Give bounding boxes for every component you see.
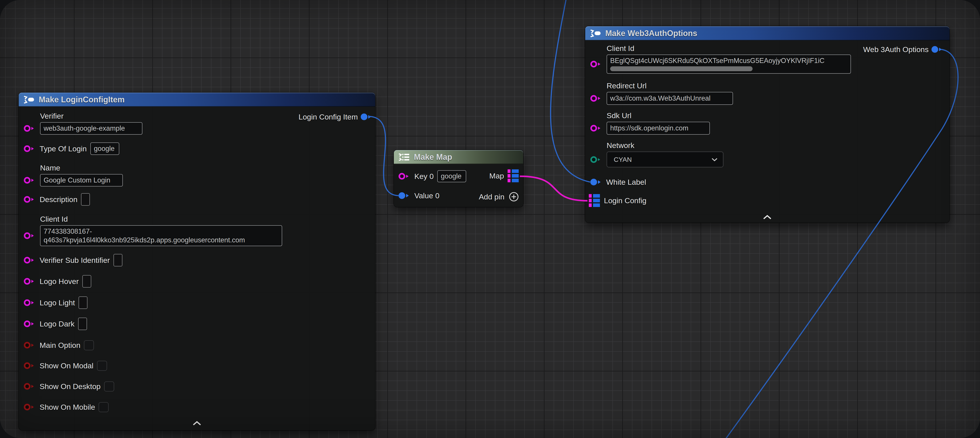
- pin-show-on-mobile[interactable]: [23, 403, 36, 411]
- pin-label-show-on-mobile: Show On Mobile: [40, 403, 95, 411]
- pin-white-label[interactable]: [590, 178, 603, 186]
- node-make-loginconfigitem: Make LoginConfigItem Login Config Item V…: [19, 92, 375, 430]
- collapse-chevron-icon[interactable]: [762, 215, 772, 220]
- pin-main-option[interactable]: [23, 341, 36, 350]
- network-selected-value: CYAN: [614, 156, 632, 163]
- client-id-line2: q463s7kpvja16l4l0kko3nb925ikds2p.apps.go…: [44, 236, 245, 244]
- show-on-modal-checkbox[interactable]: [97, 361, 107, 371]
- logo-light-input[interactable]: [78, 296, 88, 309]
- pin-label-name: Name: [40, 164, 123, 172]
- pin-value-0[interactable]: [398, 191, 411, 200]
- pin-key-0[interactable]: [398, 172, 411, 181]
- sdk-url-input[interactable]: https://sdk.openlogin.com: [606, 122, 710, 135]
- pin-label-client-id: Client Id: [606, 44, 851, 53]
- node-header[interactable]: Make Map: [394, 150, 523, 164]
- verifier-sub-identifier-input[interactable]: [113, 254, 123, 266]
- node-header[interactable]: Make Web3AuthOptions: [585, 26, 950, 40]
- pin-show-on-modal[interactable]: [23, 361, 36, 370]
- make-map-icon: [398, 153, 410, 162]
- pin-logo-hover[interactable]: [23, 277, 36, 286]
- client-id-input[interactable]: BEglQSgt4cUWcj6SKRdu5QkOXTsePmMcusG5EAoy…: [606, 54, 851, 74]
- redirect-url-input[interactable]: w3a://com.w3a.Web3AuthUnreal: [606, 92, 733, 105]
- pin-verifier-sub-identifier[interactable]: [23, 256, 36, 264]
- client-id-scrollbar[interactable]: [610, 66, 752, 71]
- pin-type-of-login[interactable]: [23, 144, 36, 153]
- node-make-map: Make Map Key 0 google Map Value 0: [394, 150, 523, 207]
- pin-network[interactable]: [590, 155, 603, 164]
- show-on-mobile-checkbox[interactable]: [99, 402, 108, 412]
- pin-label-redirect-url: Redirect Url: [606, 81, 733, 90]
- network-dropdown[interactable]: CYAN: [606, 151, 724, 167]
- pin-label-key-0: Key 0: [414, 172, 434, 181]
- pin-label-sdk-url: Sdk Url: [606, 111, 710, 120]
- make-struct-icon: [589, 28, 601, 38]
- logo-dark-input[interactable]: [78, 318, 87, 330]
- output-pin-label: Web 3Auth Options: [863, 45, 929, 54]
- pin-label-white-label: White Label: [606, 178, 646, 186]
- pin-label-logo-light: Logo Light: [40, 298, 75, 307]
- pin-label-network: Network: [606, 141, 724, 150]
- pin-sdk-url[interactable]: [590, 124, 603, 133]
- add-pin-icon[interactable]: [509, 191, 519, 202]
- pin-label-main-option: Main Option: [40, 341, 80, 350]
- pin-redirect-url[interactable]: [590, 94, 603, 103]
- pin-login-config-item-out[interactable]: [360, 112, 373, 121]
- pin-label-type-of-login: Type Of Login: [40, 145, 87, 153]
- pin-label-verifier: Verifier: [40, 112, 142, 120]
- output-pin-label: Map: [489, 172, 504, 180]
- pin-client-id[interactable]: [590, 60, 603, 68]
- node-make-web3authoptions: Make Web3AuthOptions Web 3Auth Options C…: [585, 26, 950, 223]
- pin-label-show-on-desktop: Show On Desktop: [40, 382, 100, 391]
- pin-verifier[interactable]: [23, 124, 36, 133]
- pin-label-show-on-modal: Show On Modal: [40, 362, 94, 370]
- name-input[interactable]: Google Custom Login: [40, 174, 123, 186]
- node-header[interactable]: Make LoginConfigItem: [19, 92, 375, 107]
- pin-description[interactable]: [23, 195, 36, 204]
- add-pin-label: Add pin: [479, 193, 504, 201]
- pin-label-verifier-sub-identifier: Verifier Sub Identifier: [40, 256, 110, 264]
- client-id-line1: 774338308167-: [44, 227, 92, 236]
- pin-label-login-config: Login Config: [604, 196, 646, 205]
- collapse-chevron-icon[interactable]: [192, 421, 202, 426]
- client-id-value: BEglQSgt4cUWcj6SKRdu5QkOXTsePmMcusG5EAoy…: [610, 56, 824, 65]
- key-0-input[interactable]: google: [437, 170, 466, 182]
- main-option-checkbox[interactable]: [84, 340, 94, 350]
- pin-label-description: Description: [40, 195, 78, 204]
- output-pin-label: Login Config Item: [299, 113, 358, 121]
- output-row: Login Config Item: [299, 111, 373, 123]
- chevron-down-icon: [711, 158, 718, 161]
- pin-logo-light[interactable]: [23, 298, 36, 307]
- pin-logo-dark[interactable]: [23, 319, 36, 328]
- node-title: Make LoginConfigItem: [39, 95, 125, 104]
- logo-hover-input[interactable]: [82, 275, 91, 288]
- node-title: Make Map: [414, 153, 452, 162]
- type-of-login-input[interactable]: google: [90, 142, 119, 155]
- client-id-input[interactable]: 774338308167- q463s7kpvja16l4l0kko3nb925…: [40, 225, 282, 246]
- description-input[interactable]: [81, 193, 90, 205]
- pin-label-logo-dark: Logo Dark: [40, 320, 75, 328]
- make-struct-icon: [23, 95, 35, 105]
- pin-label-logo-hover: Logo Hover: [40, 277, 79, 286]
- pin-login-config[interactable]: [589, 194, 600, 207]
- node-title: Make Web3AuthOptions: [605, 29, 697, 38]
- pin-client-id[interactable]: [23, 231, 36, 240]
- pin-map-out[interactable]: [507, 169, 519, 182]
- blueprint-canvas: Make LoginConfigItem Login Config Item V…: [0, 0, 980, 438]
- pin-name[interactable]: [23, 176, 36, 185]
- pin-label-value-0: Value 0: [414, 191, 439, 200]
- pin-label-client-id: Client Id: [40, 215, 282, 223]
- verifier-input[interactable]: web3auth-google-example: [40, 122, 142, 135]
- show-on-desktop-checkbox[interactable]: [104, 381, 114, 392]
- pin-web3auth-options-out[interactable]: [931, 45, 944, 54]
- pin-show-on-desktop[interactable]: [23, 382, 36, 391]
